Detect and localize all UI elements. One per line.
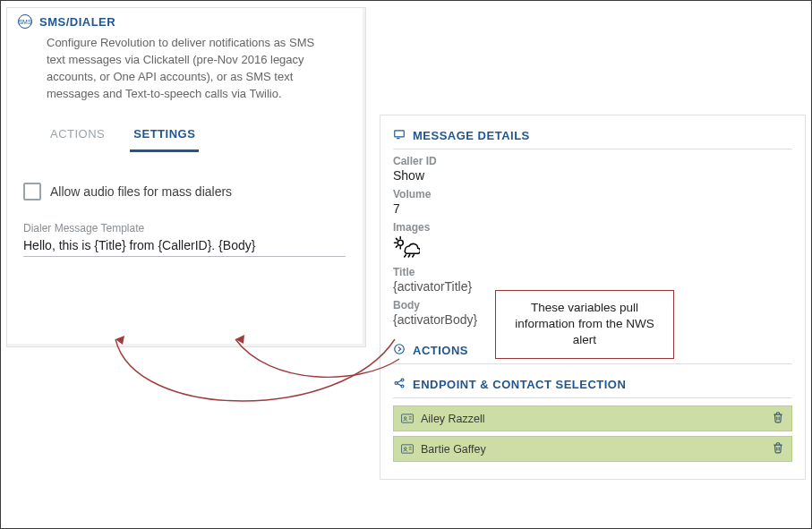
allow-audio-checkbox[interactable] <box>23 183 41 201</box>
svg-point-1 <box>397 240 403 245</box>
caller-id-value: Show <box>393 168 792 183</box>
tab-actions[interactable]: ACTIONS <box>47 120 108 152</box>
contact-card-icon <box>401 414 414 423</box>
contact-list: Ailey Razzell Bartie Gaffey <box>393 405 792 462</box>
svg-point-10 <box>395 345 405 354</box>
svg-line-15 <box>397 384 402 386</box>
message-details-header: MESSAGE DETAILS <box>393 124 792 149</box>
message-icon <box>393 128 406 143</box>
trash-icon[interactable] <box>772 411 784 426</box>
svg-rect-0 <box>395 131 405 137</box>
weather-icon <box>393 235 792 260</box>
panel-header: SMS SMS/DIALER <box>7 8 365 35</box>
svg-line-5 <box>396 238 397 240</box>
svg-line-8 <box>408 255 410 257</box>
contact-name: Ailey Razzell <box>421 413 765 425</box>
svg-line-9 <box>413 255 415 257</box>
tab-bar: ACTIONS SETTINGS <box>7 115 365 152</box>
contact-name: Bartie Gaffey <box>421 443 765 456</box>
allow-audio-label: Allow audio files for mass dialers <box>50 184 232 199</box>
template-input[interactable] <box>23 236 346 257</box>
caller-id-label: Caller ID <box>393 155 792 167</box>
chevron-right-icon <box>393 343 406 358</box>
panel-title: SMS/DIALER <box>39 15 115 29</box>
tab-settings[interactable]: SETTINGS <box>130 120 199 152</box>
sms-icon: SMS <box>18 14 32 29</box>
template-field: Dialer Message Template <box>7 213 365 257</box>
endpoint-title: ENDPOINT & CONTACT SELECTION <box>413 378 626 391</box>
volume-label: Volume <box>393 188 792 201</box>
contact-row[interactable]: Ailey Razzell <box>393 405 792 431</box>
contact-row[interactable]: Bartie Gaffey <box>393 436 792 462</box>
title-label: Title <box>393 266 792 278</box>
svg-line-6 <box>396 246 397 248</box>
panel-description: Configure Revolution to deliver notifica… <box>7 35 365 115</box>
svg-rect-16 <box>402 414 414 422</box>
allow-audio-row: Allow audio files for mass dialers <box>7 152 365 213</box>
actions-title: ACTIONS <box>413 344 468 357</box>
share-icon <box>393 377 406 392</box>
volume-value: 7 <box>393 201 792 216</box>
svg-point-17 <box>404 417 406 420</box>
message-details-title: MESSAGE DETAILS <box>413 129 530 142</box>
svg-line-14 <box>397 380 402 382</box>
template-label: Dialer Message Template <box>23 222 349 235</box>
trash-icon[interactable] <box>772 441 784 456</box>
svg-point-23 <box>404 448 406 450</box>
annotation-callout: These variables pull information from th… <box>495 290 674 359</box>
sms-dialer-panel: SMS SMS/DIALER Configure Revolution to d… <box>6 7 366 347</box>
endpoint-header: ENDPOINT & CONTACT SELECTION <box>393 373 792 398</box>
svg-line-7 <box>405 255 406 257</box>
contact-card-icon <box>401 444 414 454</box>
svg-rect-22 <box>402 445 414 453</box>
images-label: Images <box>393 221 792 234</box>
